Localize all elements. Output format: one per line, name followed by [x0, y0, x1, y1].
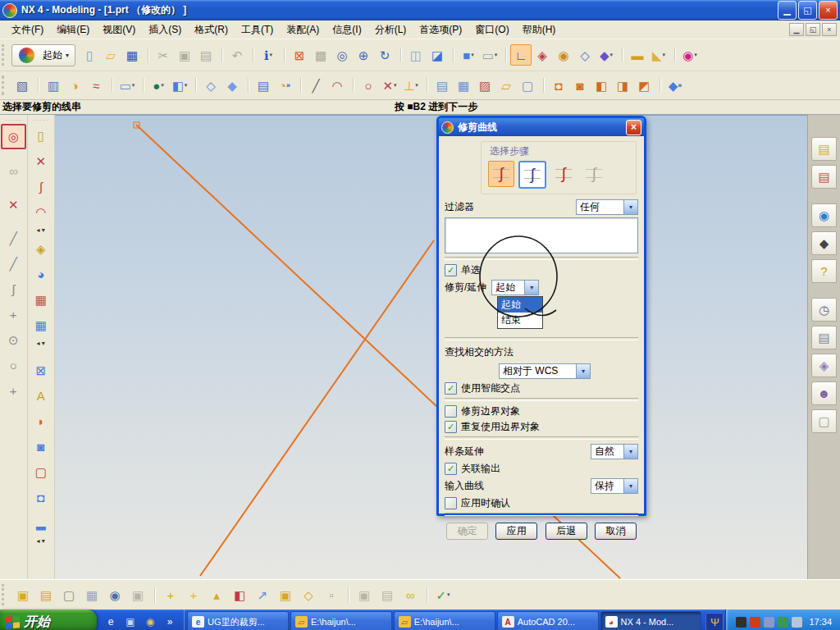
back-button[interactable]: 后退 — [546, 523, 587, 540]
chevron-down-icon[interactable]: ▾ — [623, 479, 637, 493]
select-component-icon[interactable]: ▢ — [57, 583, 80, 606]
task-autocad[interactable]: AAutoCAD 20... — [497, 611, 599, 630]
spline-extension-combo[interactable]: 自然 ▾ — [591, 444, 638, 459]
bounded-plane-icon[interactable]: ▢ — [517, 75, 538, 96]
tray-icon-5[interactable] — [792, 617, 802, 628]
profile-icon[interactable]: ○ — [358, 75, 379, 96]
menu-preferences[interactable]: 首选项(P) — [413, 21, 468, 39]
toolbar-grip[interactable] — [2, 75, 8, 95]
undo-icon[interactable]: ↶ — [226, 44, 248, 66]
dome-sheet-icon[interactable]: ◕ — [29, 262, 52, 286]
cancel-button[interactable]: 取消 — [595, 523, 637, 540]
arc-icon[interactable]: ◠ — [326, 75, 348, 96]
palettes-icon[interactable]: ▤ — [811, 326, 837, 349]
trim-sheet-icon[interactable]: ◨ — [612, 75, 633, 96]
paste-icon[interactable]: ▤ — [195, 44, 217, 66]
section-surface-icon[interactable]: ▱ — [495, 75, 517, 96]
web-browser-icon[interactable]: ◉ — [811, 203, 837, 227]
fillet-curve-icon[interactable]: ∫ — [29, 175, 52, 199]
trim-boundary-checkbox[interactable]: ✓ — [445, 405, 457, 418]
wireframe-display-icon[interactable]: ▭▾ — [479, 44, 500, 66]
part-navigator-icon[interactable]: ▤ — [811, 165, 837, 189]
windows-start-button[interactable]: 开始 — [0, 609, 97, 630]
move-rotate-icon[interactable]: ◇ — [574, 44, 596, 66]
more-quick-icon[interactable]: » — [162, 614, 178, 630]
input-method-icon[interactable]: Ψ — [705, 613, 724, 630]
flange-icon[interactable]: ◧ — [591, 75, 612, 96]
trim-curve-tool-icon[interactable]: ✕ — [2, 193, 25, 217]
swept-surface-icon[interactable]: ▨ — [474, 75, 495, 96]
palette-icon[interactable]: ◉ — [553, 44, 574, 66]
zoom-window-icon[interactable]: ▩ — [310, 44, 331, 66]
substitute-component-icon[interactable]: ◇ — [297, 583, 320, 606]
selection-listbox[interactable] — [445, 217, 638, 253]
point-set-icon[interactable]: ✕▾ — [379, 75, 400, 96]
wave-link-icon[interactable]: ▣ — [353, 583, 376, 606]
move-component-icon[interactable]: ↗ — [251, 583, 274, 606]
rotate-view-icon[interactable]: ↻ — [374, 44, 395, 66]
help-icon[interactable]: ? — [811, 259, 837, 283]
shaded-cube-icon[interactable]: ◧▾ — [169, 75, 190, 96]
taskbar-clock[interactable]: 17:34 — [809, 617, 832, 627]
tray-icon-3[interactable] — [764, 617, 774, 628]
assoc-output-checkbox[interactable]: ✓ — [445, 463, 457, 475]
menu-view[interactable]: 视图(V) — [96, 21, 142, 39]
revolve-icon[interactable]: ◑ — [64, 75, 85, 96]
step-boundary-object-2[interactable]: ∫ — [550, 161, 577, 187]
dialog-title-bar[interactable]: 修剪曲线 × — [439, 118, 644, 136]
new-file-icon[interactable]: ▯ — [79, 44, 100, 66]
history-icon[interactable]: ◷ — [811, 298, 837, 322]
snap-point-icon[interactable]: ◈ — [532, 44, 553, 66]
sketch-icon[interactable]: ▧ — [11, 75, 33, 96]
tray-icon-1[interactable] — [736, 617, 746, 628]
menu-tools[interactable]: 工具(T) — [235, 21, 280, 39]
line-point-tool-icon[interactable]: ╱ — [2, 252, 25, 276]
edit-spline-icon[interactable]: ◈ — [29, 237, 52, 261]
measure-angle-icon[interactable]: ◣▾ — [648, 44, 669, 66]
toolbar-grip[interactable] — [2, 584, 8, 605]
menu-help[interactable]: 帮助(H) — [516, 21, 563, 39]
ok-button[interactable]: 确定 — [446, 523, 488, 540]
thicken-sheet-icon[interactable]: ◘ — [548, 75, 569, 96]
fit-view-icon[interactable]: ⊠ — [289, 44, 310, 66]
reuse-boundary-checkbox[interactable]: ✓ — [445, 421, 457, 433]
emboss-icon[interactable]: ▂ — [29, 511, 52, 535]
pocket-icon[interactable]: ▢ — [29, 460, 52, 484]
mdi-close-button[interactable]: × — [822, 23, 837, 36]
minimize-button[interactable]: ▁ — [778, 1, 797, 20]
pan-view-icon[interactable]: ◫ — [405, 44, 427, 66]
task-ug-article[interactable]: eUG里的裁剪... — [187, 611, 289, 630]
project-curve-icon[interactable]: ⊥▾ — [400, 75, 422, 96]
orient-wcs-icon[interactable]: ∟ — [510, 44, 532, 66]
menu-information[interactable]: 信息(I) — [326, 21, 368, 39]
save-icon[interactable]: ▦ — [121, 44, 143, 66]
edit-arc-icon[interactable]: ◠ — [29, 200, 52, 224]
single-select-checkbox[interactable]: ✓ — [445, 264, 457, 276]
block-icon[interactable]: ▤ — [253, 75, 274, 96]
step-string-to-trim[interactable]: ∫ — [488, 161, 514, 187]
sheet-mesh-icon[interactable]: ▦ — [29, 288, 52, 312]
input-curve-combo[interactable]: 保持 ▾ — [591, 478, 638, 494]
selection-filter-icon[interactable]: ◎ — [1, 124, 26, 149]
perspective-view-icon[interactable]: ◪ — [427, 44, 448, 66]
component-array-icon[interactable]: ▴ — [205, 583, 228, 606]
tray-icon-4[interactable] — [778, 617, 788, 628]
expand3-icon[interactable]: ◂ ▾ — [29, 536, 52, 546]
boss-icon[interactable]: ◙ — [29, 435, 52, 459]
people-icon[interactable]: ☻ — [811, 381, 837, 405]
sheet-grid-icon[interactable]: ▦ — [29, 313, 52, 337]
intersect-icon[interactable]: ◆ — [221, 75, 243, 96]
pattern-component-icon[interactable]: ▦ — [80, 583, 103, 606]
zoom-in-out-icon[interactable]: ⊕ — [353, 44, 374, 66]
freeform-feature-icon[interactable]: ≈ — [85, 75, 107, 96]
task-folder-2[interactable]: ▱E:\haijun\... — [394, 611, 495, 630]
inactive-component-icon[interactable]: ▣ — [126, 583, 149, 606]
menu-assemblies[interactable]: 装配(A) — [280, 21, 326, 39]
point-axis-icon[interactable]: + — [2, 303, 25, 326]
more-surface-icon[interactable]: ◆» — [664, 75, 686, 96]
apply-button[interactable]: 应用 — [495, 523, 537, 540]
chevron-down-icon[interactable]: ▾ — [524, 281, 538, 294]
chevron-down-icon[interactable]: ▾ — [623, 200, 637, 214]
sheet-bend-icon[interactable]: ◔» — [274, 75, 295, 96]
ie-quick-icon[interactable]: e — [103, 614, 119, 630]
